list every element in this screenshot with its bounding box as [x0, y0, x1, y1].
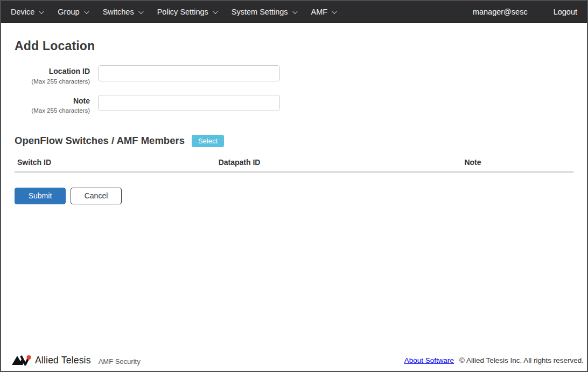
footer: Allied Telesis AMF Security About Softwa… [1, 352, 587, 371]
column-header-datapath-id: Datapath ID [216, 154, 462, 172]
copyright-text: © Allied Telesis Inc. All rights reserve… [459, 356, 584, 364]
brand: Allied Telesis AMF Security [12, 355, 141, 366]
nav-item-policy-settings[interactable]: Policy Settings [150, 8, 224, 16]
nav-item-switches[interactable]: Switches [95, 8, 150, 16]
product-name: AMF Security [99, 355, 141, 366]
members-section-title: OpenFlow Switches / AMF Members [15, 135, 185, 147]
submit-button[interactable]: Submit [15, 188, 66, 204]
about-software-link[interactable]: About Software [404, 356, 454, 364]
logged-in-user: manager@sesc [473, 8, 528, 16]
add-location-form: Location ID (Max 255 characters) Note (M… [15, 65, 573, 115]
note-label-group: Note (Max 255 characters) [15, 95, 90, 115]
chevron-down-icon [213, 9, 218, 14]
nav-item-label: System Settings [232, 8, 288, 16]
nav-item-device[interactable]: Device [10, 8, 50, 16]
members-table-header-row: Switch ID Datapath ID Note [15, 154, 573, 172]
column-header-switch-id: Switch ID [15, 154, 216, 172]
nav-item-group[interactable]: Group [50, 8, 95, 16]
page-title: Add Location [15, 39, 573, 53]
select-members-button[interactable]: Select [192, 135, 224, 147]
location-id-label-group: Location ID (Max 255 characters) [15, 65, 90, 85]
chevron-down-icon [39, 9, 44, 14]
form-row-location-id: Location ID (Max 255 characters) [15, 65, 573, 85]
chevron-down-icon [138, 9, 144, 14]
location-id-input[interactable] [98, 65, 280, 81]
logout-button[interactable]: Logout [554, 8, 577, 16]
nav-item-label: Policy Settings [157, 8, 208, 16]
form-row-note: Note (Max 255 characters) [15, 95, 573, 115]
allied-telesis-logo-icon [12, 355, 31, 366]
form-actions: Submit Cancel [15, 188, 573, 204]
location-id-label: Location ID [15, 67, 90, 77]
note-label: Note [15, 97, 90, 106]
chevron-down-icon [84, 9, 89, 14]
cancel-button[interactable]: Cancel [71, 188, 122, 204]
top-navbar: Device Group Switches Policy Settings Sy… [1, 1, 587, 23]
nav-item-amf[interactable]: AMF [304, 8, 344, 16]
nav-item-label: Switches [103, 8, 134, 16]
note-hint: (Max 255 characters) [15, 107, 90, 114]
note-input[interactable] [98, 95, 280, 111]
nav-item-system-settings[interactable]: System Settings [224, 8, 304, 16]
nav-item-label: AMF [311, 8, 328, 16]
chevron-down-icon [332, 9, 337, 14]
nav-item-label: Device [11, 8, 34, 16]
chevron-down-icon [292, 9, 298, 14]
members-section-header: OpenFlow Switches / AMF Members Select [15, 135, 573, 147]
location-id-hint: (Max 255 characters) [15, 78, 90, 85]
brand-name: Allied Telesis [35, 355, 91, 366]
main-content: Add Location Location ID (Max 255 charac… [1, 23, 587, 204]
members-table: Switch ID Datapath ID Note [15, 154, 573, 173]
footer-right: About Software © Allied Telesis Inc. All… [404, 356, 584, 364]
nav-item-label: Group [58, 8, 79, 16]
column-header-note: Note [461, 154, 573, 172]
